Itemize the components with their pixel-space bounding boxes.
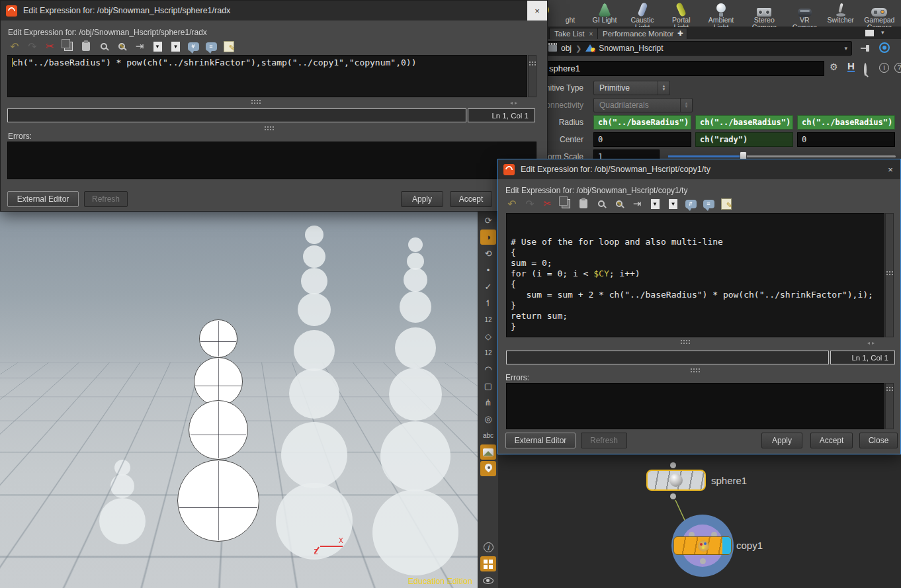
profiles-toggle-icon[interactable]: ◠ (480, 362, 496, 377)
find-icon[interactable] (97, 40, 110, 53)
undo-icon[interactable]: ↶ (505, 197, 519, 210)
code-vscrollbar[interactable] (528, 55, 536, 97)
resize-grip[interactable] (680, 339, 691, 345)
close-button[interactable]: Close (859, 433, 898, 448)
external-editor-button[interactable]: External Editor (505, 433, 576, 448)
copy-icon[interactable] (62, 40, 75, 53)
scrollbar-grip[interactable] (886, 271, 894, 276)
normals-toggle-icon[interactable]: ⋔ (480, 395, 496, 410)
cut-icon[interactable]: ✂ (541, 197, 554, 210)
radius-z-field[interactable]: ch("../baseRadius") * pow(ch("../shrinkF… (797, 115, 895, 130)
breadcrumb[interactable]: obj ❯ Snowman_Hscript ▾ (544, 41, 852, 56)
select-tool-icon[interactable]: ◑ (480, 230, 496, 245)
scrollbar-grip[interactable] (529, 61, 537, 67)
add-tab-button[interactable]: + (677, 27, 683, 38)
refresh-button[interactable]: Refresh (84, 191, 128, 207)
node-sphere1[interactable] (646, 470, 706, 491)
external-editor-button[interactable]: External Editor (7, 191, 79, 207)
radius-y-field[interactable]: ch("../baseRadius") * pow(ch("../shrinkF… (695, 115, 793, 130)
resize-grip[interactable] (251, 99, 262, 105)
copy-node-flag[interactable] (722, 537, 731, 554)
edit-note-icon[interactable] (222, 40, 236, 53)
shelf-tool-switcher[interactable]: Switcher (824, 1, 858, 24)
expand-expression-icon[interactable]: ▼ (648, 197, 662, 210)
copy-icon[interactable] (559, 197, 572, 210)
follow-target-icon[interactable] (879, 42, 890, 53)
comment-lines-icon[interactable]: ≡ (702, 197, 715, 210)
select-vertices-tool-icon[interactable]: ↿ (480, 296, 496, 311)
location-marker-toggle-icon[interactable] (480, 461, 496, 476)
find-icon[interactable] (595, 197, 608, 210)
info-icon[interactable]: i (879, 63, 889, 73)
hscroll-arrows[interactable]: ◂▸ (510, 100, 519, 106)
splitter-grip[interactable] (264, 126, 275, 132)
collapse-expression-icon[interactable]: ▼ (169, 40, 182, 53)
center-z-field[interactable]: 0 (797, 132, 895, 147)
indent-icon[interactable]: ⇥ (133, 40, 146, 53)
visibility-toggle-icon[interactable] (480, 573, 496, 588)
snapshot-toggle-icon[interactable] (480, 444, 496, 460)
search-icon[interactable] (864, 64, 867, 75)
view-tool-icon[interactable]: ⟳ (480, 213, 496, 228)
undo-icon[interactable]: ↶ (8, 40, 21, 53)
node-copy1[interactable] (673, 536, 732, 555)
apply-button[interactable]: Apply (401, 191, 443, 207)
breadcrumb-node[interactable]: Snowman_Hscript (599, 44, 663, 53)
redo-icon[interactable]: ↷ (523, 197, 536, 210)
gear-icon[interactable]: ⚙ (830, 62, 838, 72)
paste-icon[interactable] (577, 197, 590, 210)
comment-lines-icon[interactable]: ≡ (204, 40, 218, 53)
copy-node-output-dot[interactable] (700, 558, 706, 564)
errors-box[interactable] (506, 383, 884, 429)
find-replace-icon[interactable]: ✎ (613, 197, 626, 210)
scrollbar-grip[interactable] (886, 386, 894, 392)
network-editor[interactable]: copy1 sphere1 (498, 455, 901, 588)
comment-hash-icon[interactable]: # (187, 40, 200, 53)
radius-x-field[interactable]: ch("../baseRadius") * pow(ch("../shrinkF… (593, 115, 691, 130)
dialog-titlebar[interactable]: Edit Expression for: /obj/Snowman_Hscrip… (498, 159, 900, 179)
primitive-numbers-toggle-icon[interactable]: 12 (480, 345, 496, 360)
edit-note-icon[interactable] (720, 197, 733, 210)
handles-toggle-icon[interactable]: ▢ (480, 378, 496, 394)
cut-icon[interactable]: ✂ (44, 40, 57, 53)
breadcrumb-root[interactable]: obj (561, 44, 572, 53)
shelf-tool-gi-light[interactable]: GI Light (587, 1, 622, 24)
help-icon[interactable]: ? (894, 63, 901, 73)
center-y-field[interactable]: ch("rady") (695, 132, 793, 147)
connectivity-dropdown[interactable]: Quadrilaterals ▲▼ (593, 98, 693, 112)
sphere-node-output-dot[interactable] (670, 493, 676, 499)
spinner-icon[interactable]: ▲▼ (658, 81, 669, 95)
paste-icon[interactable] (79, 40, 93, 53)
expression-code-editor[interactable]: # Use of the for loop and also multi-lin… (506, 213, 884, 337)
sphere-node-input-dot[interactable] (670, 462, 676, 468)
errors-box[interactable] (7, 142, 536, 179)
info-toggle-icon[interactable]: i (480, 540, 496, 555)
primitive-type-dropdown[interactable]: Primitive ▲▼ (593, 81, 670, 95)
comment-hash-icon[interactable]: # (684, 197, 697, 210)
tab-take-list[interactable]: Take List × (549, 28, 598, 39)
tab-performance-monitor[interactable]: Performance Monitor × (597, 28, 687, 39)
shade-toggle-icon[interactable]: ◎ (480, 411, 496, 427)
collapse-expression-icon[interactable]: ▼ (666, 197, 679, 210)
redo-icon[interactable]: ↷ (26, 40, 39, 53)
close-icon[interactable]: × (880, 159, 900, 179)
find-replace-icon[interactable]: ✎ (115, 40, 128, 53)
sphere-node-label[interactable]: sphere1 (711, 475, 747, 486)
center-x-field[interactable]: 0 (593, 132, 691, 147)
expand-expression-icon[interactable]: ▼ (151, 40, 164, 53)
houdini-help-icon[interactable]: H (847, 62, 855, 72)
tab-close-icon[interactable]: × (589, 30, 593, 38)
accept-button[interactable]: Accept (810, 433, 853, 448)
splitter-grip[interactable] (690, 368, 701, 374)
uniform-scale-slider[interactable] (668, 155, 896, 157)
pin-icon[interactable] (861, 44, 871, 52)
expression-code-editor[interactable]: ch("../baseRadius") * pow(ch("../shrinkF… (7, 55, 527, 97)
point-numbers-toggle-icon[interactable]: 12 (480, 312, 496, 327)
breadcrumb-dropdown-icon[interactable]: ▾ (844, 45, 847, 52)
hscroll-arrows[interactable]: ◂▸ (867, 340, 877, 346)
pane-maximize-icon[interactable] (865, 30, 874, 36)
text-overlay-toggle-icon[interactable]: abc (480, 428, 496, 443)
pane-menu-arrow-icon[interactable]: ▾ (881, 29, 884, 36)
transform-tool-icon[interactable]: ⟲ (480, 246, 496, 261)
copy-node-label[interactable]: copy1 (736, 540, 763, 551)
